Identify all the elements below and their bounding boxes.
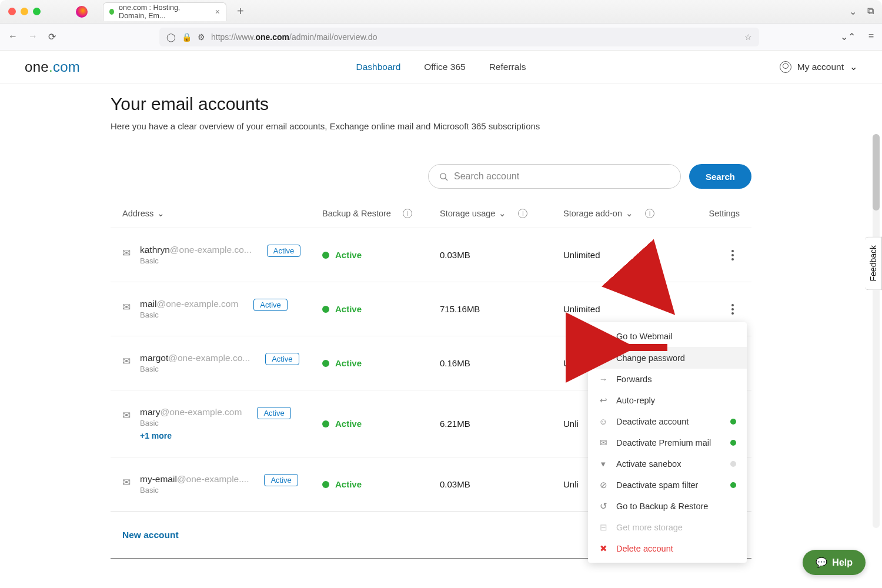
email-address: margot@one-example.co... — [140, 353, 250, 363]
page-subtitle: Here you have a clear overview of your e… — [111, 121, 751, 131]
site-header: one.com Dashboard Office 365 Referrals M… — [0, 51, 882, 83]
reload-icon[interactable]: ⟳ — [48, 31, 56, 42]
window-titlebar: one.com : Hosting, Domain, Em... × + ⌄ ⧉ — [0, 0, 882, 24]
status-dot-icon — [322, 360, 329, 367]
back-icon[interactable]: ← — [8, 31, 18, 42]
plan-label: Basic — [140, 256, 252, 265]
plan-label: Basic — [140, 365, 250, 373]
search-button[interactable]: Search — [689, 164, 751, 189]
plus-more-link[interactable]: +1 more — [140, 431, 242, 440]
scrollbar-thumb[interactable] — [873, 134, 880, 211]
feedback-tab[interactable]: Feedback — [865, 236, 882, 290]
scrollbar[interactable] — [873, 134, 880, 528]
menu-icon[interactable]: ≡ — [868, 31, 874, 42]
person-remove-icon: ✖ — [599, 544, 608, 553]
menu-activate-sanebox[interactable]: ▾Activate sanebox — [588, 453, 747, 475]
row-actions-menu: ✉Go to Webmail 🔒Change password →Forward… — [588, 322, 747, 563]
info-icon[interactable]: i — [518, 209, 527, 218]
account-menu[interactable]: My account ⌄ — [780, 61, 857, 73]
bookmark-icon[interactable]: ☆ — [744, 32, 752, 42]
address-cell: ✉ kathryn@one-example.co... Basic Active — [122, 245, 322, 265]
nav-referrals[interactable]: Referrals — [489, 62, 526, 72]
status-dot-icon — [322, 252, 329, 259]
mail-icon: ✉ — [122, 476, 131, 489]
email-address: my-email@one-example.... — [140, 474, 249, 485]
traffic-lights[interactable] — [8, 8, 41, 15]
shield-icon[interactable]: ◯ — [166, 32, 176, 42]
chevron-down-icon[interactable]: ⌄ — [849, 6, 857, 17]
browser-tab[interactable]: one.com : Hosting, Domain, Em... × — [103, 2, 226, 21]
account-label: My account — [797, 62, 844, 72]
menu-deactivate-premium[interactable]: ✉Deactivate Premium mail — [588, 432, 747, 453]
history-icon: ↺ — [599, 502, 608, 511]
status-dot-icon — [322, 306, 329, 313]
maximize-window-icon[interactable] — [33, 8, 41, 15]
status-dot-icon — [322, 481, 329, 488]
new-tab-button[interactable]: + — [237, 5, 244, 18]
status-indicator — [730, 482, 736, 488]
backup-status: Active — [322, 304, 440, 314]
address-cell: ✉ my-email@one-example.... Basic Active — [122, 474, 322, 495]
tab-title: one.com : Hosting, Domain, Em... — [119, 4, 208, 20]
menu-forwards[interactable]: →Forwards — [588, 369, 747, 390]
status-dot-icon — [322, 420, 329, 427]
close-window-icon[interactable] — [8, 8, 16, 15]
status-badge: Active — [257, 407, 290, 419]
status-indicator — [730, 440, 736, 446]
storage-usage: 0.03MB — [440, 479, 563, 489]
logo[interactable]: one.com — [25, 59, 80, 75]
help-button[interactable]: 💬 Help — [803, 550, 866, 575]
page-title: Your email accounts — [111, 94, 751, 114]
chevron-down-icon: ⌄ — [850, 62, 857, 72]
status-badge: Active — [267, 245, 300, 257]
storage-icon: ⊟ — [599, 523, 608, 532]
avatar-icon — [780, 61, 791, 73]
lock-icon[interactable]: 🔒 — [182, 32, 192, 42]
col-address[interactable]: Address ⌄ — [122, 209, 322, 218]
mail-icon: ✉ — [599, 332, 608, 341]
permissions-icon[interactable]: ⚙ — [198, 32, 205, 42]
nav-dashboard[interactable]: Dashboard — [356, 62, 400, 72]
status-indicator — [730, 461, 736, 467]
col-storage-addon[interactable]: Storage add-on ⌄ i — [563, 209, 704, 218]
forward-icon: → — [28, 31, 38, 42]
browser-toolbar: ← → ⟳ ◯ 🔒 ⚙ https://www.one.com/admin/ma… — [0, 24, 882, 51]
info-icon[interactable]: i — [645, 209, 654, 218]
storage-usage: 715.16MB — [440, 304, 563, 314]
email-address: mary@one-example.com — [140, 407, 242, 417]
menu-deactivate-account[interactable]: ☺Deactivate account — [588, 411, 747, 432]
plan-label: Basic — [140, 419, 242, 427]
svg-point-0 — [440, 173, 446, 178]
menu-change-password[interactable]: 🔒Change password — [588, 347, 747, 369]
col-backup: Backup & Restore i — [322, 209, 440, 218]
info-icon[interactable]: i — [403, 209, 412, 218]
backup-status: Active — [322, 250, 440, 260]
storage-addon: Unlimited — [563, 304, 704, 314]
person-icon: ☺ — [599, 417, 608, 426]
storage-usage: 6.21MB — [440, 419, 563, 429]
address-bar[interactable]: ◯ 🔒 ⚙ https://www.one.com/admin/mail/ove… — [159, 28, 759, 46]
svg-line-1 — [445, 178, 447, 181]
filter-icon: ▾ — [599, 459, 608, 469]
nav-office365[interactable]: Office 365 — [424, 62, 465, 72]
minimize-window-icon[interactable] — [21, 8, 28, 15]
menu-backup-restore[interactable]: ↺Go to Backup & Restore — [588, 496, 747, 517]
search-input[interactable]: Search account — [428, 164, 681, 189]
row-actions-button[interactable] — [726, 248, 740, 262]
firefox-icon — [76, 6, 88, 18]
close-tab-icon[interactable]: × — [215, 7, 220, 16]
copy-icon[interactable]: ⧉ — [867, 6, 874, 17]
col-storage-usage[interactable]: Storage usage ⌄ i — [440, 209, 563, 218]
menu-deactivate-spam[interactable]: ⊘Deactivate spam filter — [588, 475, 747, 496]
mail-icon: ✉ — [122, 409, 131, 422]
email-address: kathryn@one-example.co... — [140, 245, 252, 255]
pocket-icon[interactable]: ⌄⌃ — [840, 31, 856, 42]
mail-icon: ✉ — [122, 355, 131, 368]
mail-icon: ✉ — [122, 247, 131, 259]
address-cell: ✉ margot@one-example.co... Basic Active — [122, 353, 322, 373]
storage-usage: 0.16MB — [440, 358, 563, 368]
row-actions-button[interactable] — [726, 302, 740, 316]
menu-delete-account[interactable]: ✖Delete account — [588, 538, 747, 559]
menu-go-to-webmail[interactable]: ✉Go to Webmail — [588, 326, 747, 347]
menu-auto-reply[interactable]: ↩Auto-reply — [588, 390, 747, 411]
